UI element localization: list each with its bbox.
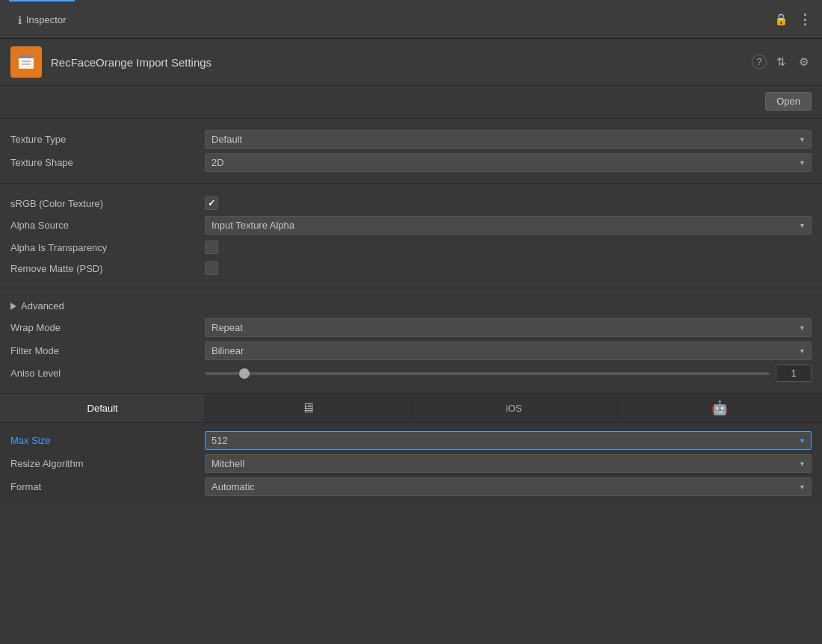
android-icon: 🤖 [711,400,728,416]
alpha-source-control: None Input Texture Alpha From Gray Scale [205,216,812,235]
texture-shape-control: 2D Cube 2D Array 3D [205,153,812,172]
format-row: Format Automatic RGB 24 bit RGBA 32 bit … [10,475,812,498]
info-icon: ℹ [18,14,22,26]
texture-type-row: Texture Type Default Normal Map Editor G… [10,128,812,151]
remove-matte-checkbox[interactable] [205,261,218,275]
svg-rect-1 [19,55,34,58]
help-icon[interactable]: ? [752,55,767,69]
filter-mode-row: Filter Mode Point (no filter) Bilinear T… [10,339,812,362]
remove-matte-label: Remove Matte (PSD) [10,263,205,274]
alpha-transparency-label: Alpha Is Transparency [10,242,205,253]
tab-desktop[interactable]: 🖥 [206,394,411,422]
platform-tabs: Default 🖥 iOS 🤖 [0,393,822,423]
tab-ios[interactable]: iOS [412,394,617,422]
alpha-transparency-checkbox[interactable] [205,241,218,254]
texture-shape-label: Texture Shape [10,157,205,168]
platform-settings: Max Size 32 64 128 256 512 1024 2048 409… [0,423,822,504]
format-control: Automatic RGB 24 bit RGBA 32 bit RGB 16 … [205,477,812,496]
tab-default-label: Default [87,403,118,414]
open-button[interactable]: Open [765,92,812,111]
advanced-triangle-icon [10,303,16,310]
remove-matte-checkbox-wrapper [205,261,812,275]
resize-algorithm-row: Resize Algorithm Mitchell Bilinear [10,452,812,475]
max-size-select[interactable]: 32 64 128 256 512 1024 2048 4096 8192 [205,431,812,450]
aniso-level-value[interactable] [776,365,812,382]
aniso-level-control [205,365,812,382]
divider-2 [0,183,822,184]
max-size-dropdown-wrapper: 32 64 128 256 512 1024 2048 4096 8192 [205,431,812,450]
advanced-section: Advanced Wrap Mode Repeat Clamp Mirror M… [0,293,822,387]
asset-icon-svg [16,52,36,72]
format-label: Format [10,481,205,492]
resize-algorithm-select[interactable]: Mitchell Bilinear [205,454,812,473]
texture-settings: Texture Type Default Normal Map Editor G… [0,123,822,179]
divider-1 [0,118,822,119]
wrap-mode-label: Wrap Mode [10,322,205,333]
alpha-source-select[interactable]: None Input Texture Alpha From Gray Scale [205,216,812,235]
filter-mode-dropdown-wrapper: Point (no filter) Bilinear Trilinear [205,341,812,360]
alpha-transparency-checkbox-wrapper [205,241,812,254]
tune-icon[interactable]: ⇅ [773,54,789,70]
divider-3 [0,288,822,288]
asset-title: RecFaceOrange Import Settings [51,56,743,69]
texture-shape-dropdown-wrapper: 2D Cube 2D Array 3D [205,153,812,172]
texture-type-select[interactable]: Default Normal Map Editor GUI Sprite [205,130,812,149]
resize-algorithm-dropdown-wrapper: Mitchell Bilinear [205,454,812,473]
srgb-checkbox-wrapper [205,196,812,210]
texture-shape-row: Texture Shape 2D Cube 2D Array 3D [10,151,812,174]
gear-icon[interactable]: ⚙ [795,54,812,70]
texture-type-dropdown-wrapper: Default Normal Map Editor GUI Sprite [205,130,812,149]
srgb-control [205,196,812,210]
color-settings: sRGB (Color Texture) Alpha Source None I… [0,188,822,283]
srgb-checkbox[interactable] [205,196,218,210]
alpha-transparency-control [205,241,812,254]
texture-type-label: Texture Type [10,134,205,145]
wrap-mode-row: Wrap Mode Repeat Clamp Mirror Mirror Onc… [10,316,812,339]
tab-default[interactable]: Default [0,394,206,422]
max-size-control: 32 64 128 256 512 1024 2048 4096 8192 [205,431,812,450]
alpha-source-dropdown-wrapper: None Input Texture Alpha From Gray Scale [205,216,812,235]
texture-shape-select[interactable]: 2D Cube 2D Array 3D [205,153,812,172]
aniso-level-row: Aniso Level [10,362,812,384]
format-dropdown-wrapper: Automatic RGB 24 bit RGBA 32 bit RGB 16 … [205,477,812,496]
resize-algorithm-control: Mitchell Bilinear [205,454,812,473]
wrap-mode-select[interactable]: Repeat Clamp Mirror Mirror Once [205,318,812,337]
open-button-row: Open [0,86,822,114]
srgb-row: sRGB (Color Texture) [10,193,812,214]
aniso-level-slider[interactable] [205,372,770,375]
asset-header: RecFaceOrange Import Settings ? ⇅ ⚙ [0,39,822,86]
alpha-source-row: Alpha Source None Input Texture Alpha Fr… [10,214,812,237]
filter-mode-label: Filter Mode [10,345,205,356]
filter-mode-select[interactable]: Point (no filter) Bilinear Trilinear [205,341,812,360]
more-icon[interactable]: ⋮ [797,11,813,28]
max-size-row: Max Size 32 64 128 256 512 1024 2048 409… [10,429,812,452]
lock-icon[interactable]: 🔒 [773,11,789,28]
wrap-mode-control: Repeat Clamp Mirror Mirror Once [205,318,812,337]
resize-algorithm-label: Resize Algorithm [10,458,205,469]
advanced-header[interactable]: Advanced [10,296,812,316]
alpha-transparency-row: Alpha Is Transparency [10,237,812,258]
inspector-tab-label: Inspector [26,14,66,25]
asset-icon [10,46,42,78]
advanced-label: Advanced [21,300,64,312]
remove-matte-control [205,261,812,275]
texture-type-control: Default Normal Map Editor GUI Sprite [205,130,812,149]
inspector-tab[interactable]: ℹ Inspector [9,0,75,38]
header-actions: ? ⇅ ⚙ [752,54,812,70]
format-select[interactable]: Automatic RGB 24 bit RGBA 32 bit RGB 16 … [205,477,812,496]
desktop-icon: 🖥 [301,400,315,416]
title-bar-actions: 🔒 ⋮ [773,11,813,28]
aniso-level-label: Aniso Level [10,368,205,379]
inspector-panel: RecFaceOrange Import Settings ? ⇅ ⚙ Open… [0,39,822,644]
tab-android[interactable]: 🤖 [617,394,822,422]
alpha-source-label: Alpha Source [10,220,205,231]
tab-ios-label: iOS [506,403,522,414]
srgb-label: sRGB (Color Texture) [10,198,205,209]
filter-mode-control: Point (no filter) Bilinear Trilinear [205,341,812,360]
wrap-mode-dropdown-wrapper: Repeat Clamp Mirror Mirror Once [205,318,812,337]
max-size-label: Max Size [10,435,205,446]
remove-matte-row: Remove Matte (PSD) [10,258,812,279]
title-bar: ℹ Inspector 🔒 ⋮ [0,0,822,39]
